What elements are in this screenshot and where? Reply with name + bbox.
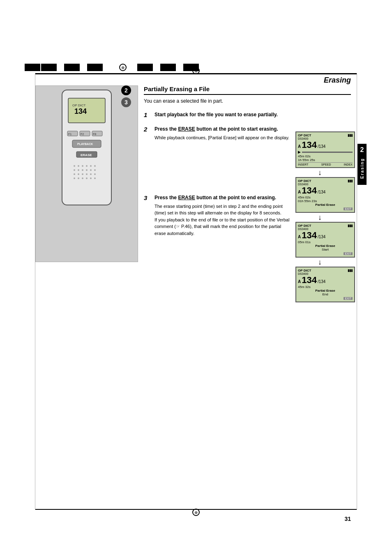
svg-text:134: 134 [74, 107, 87, 115]
lcd3-exit-btn[interactable]: EXIT [344, 252, 353, 255]
step-3-title: Press the ERASE button at the point to e… [154, 194, 290, 201]
lcd3-time1: 05m 01s [298, 240, 353, 244]
bar-block [87, 64, 103, 71]
lcd3-battery: ▮▮▮ [348, 224, 353, 228]
bar-left-blocks [25, 64, 115, 71]
svg-point-35 [86, 177, 88, 179]
bar-right-blocks [131, 64, 367, 71]
lcd2-exit-btn[interactable]: EXIT [344, 207, 353, 210]
svg-point-18 [90, 165, 92, 167]
lcd1-folder: A [298, 144, 301, 149]
lcd3-exit-container: EXIT [298, 251, 353, 256]
lcd1-file-row: A 134 /134 [298, 140, 353, 150]
lcd1-battery: ▮▮▮ [348, 134, 353, 137]
step2-badge: 2 [121, 85, 131, 95]
svg-point-20 [74, 169, 75, 171]
bar-block [160, 64, 176, 71]
step-2-prefix: Press the [154, 126, 178, 132]
lcd3-file-row: A 134 /134 [298, 231, 353, 240]
step-3-desc: The erase starting point (time) set in s… [154, 203, 290, 237]
bar-block [41, 64, 57, 71]
lcd1-mode: OP DICT [298, 134, 311, 137]
lcd2-mode: OP DICT [298, 179, 311, 183]
svg-point-24 [90, 169, 92, 171]
step-2-content: Press the ERASE button at the point to s… [154, 126, 289, 141]
lcd1-bottom: INSERT SPEED INDEX [298, 162, 353, 166]
lcd2-partial-label: Partial Erase [298, 203, 353, 207]
lcd1-header: OP DICT ▮▮▮ [298, 134, 353, 137]
svg-point-34 [82, 177, 83, 179]
lcd4-partial-label: Partial Erase [298, 289, 353, 292]
bottom-crosshair-mark: ⊕ [194, 510, 198, 515]
lcd4-exit-container: EXIT [298, 296, 353, 300]
step-2-keyword: ERASE [178, 126, 195, 132]
svg-point-32 [74, 177, 75, 179]
svg-point-33 [78, 177, 79, 179]
step-3-content: Press the ERASE button at the point to e… [154, 194, 290, 237]
lcd4-file-number: 134 [302, 276, 317, 285]
bar-block-white [131, 64, 136, 71]
svg-point-26 [74, 173, 75, 175]
lcd1-times: 45m 02s 1h 55m 25s [298, 154, 353, 162]
bar-block-white [81, 64, 86, 71]
lcd2-folder: A [298, 190, 301, 194]
step-3-prefix: Press the [154, 195, 178, 200]
step-3-keyword: ERASE [178, 195, 195, 200]
svg-point-27 [78, 173, 79, 175]
bar-block-white [58, 64, 63, 71]
lcd3-file-number: 134 [302, 231, 317, 240]
lcd4-exit-btn[interactable]: EXIT [344, 297, 353, 300]
bar-block-white [154, 64, 159, 71]
svg-point-15 [78, 165, 79, 167]
lcd2-file-number: 134 [302, 186, 317, 195]
lcd2-file-row: A 134 /134 [298, 186, 353, 195]
step-2-title: Press the ERASE button at the point to s… [154, 126, 289, 133]
arrow-1: ↓ [318, 169, 322, 176]
lcd2-times: 45m 02s 01h 55m 23s [298, 196, 353, 203]
lcd4-times: 45m 32s [298, 285, 353, 289]
lcd-screen-4: OP DICT ▮▮▮ DS3400 A 134 /134 45m 32s Pa… [295, 267, 355, 302]
step-1: 1 Start playback for the file you want t… [144, 111, 351, 120]
step-2-number: 2 [144, 126, 151, 133]
lcd3-times: 05m 01s [298, 240, 353, 244]
top-crosshair-icon: ⊕ [119, 64, 127, 71]
section-title-line [35, 73, 357, 74]
lcd-screen-2: OP DICT ▮▮▮ DS3400 A 134 /134 45m 02s 01… [295, 177, 355, 213]
lcd3-header: OP DICT ▮▮▮ [298, 224, 353, 228]
page: ⊕ ⊕ Erasing 2 Erasing [0, 0, 392, 555]
svg-text:F8: F8 [93, 133, 96, 136]
step-1-content: Start playback for the file you want to … [154, 111, 278, 120]
lcd2-total: /134 [318, 190, 325, 194]
lcd4-folder: A [298, 279, 301, 284]
step-1-title: Start playback for the file you want to … [154, 111, 278, 118]
lcd1-play-icon: ▶ [298, 150, 301, 154]
step-3-number: 3 [144, 194, 151, 201]
lcd1-total: /134 [318, 144, 325, 149]
page-number: 31 [344, 516, 351, 522]
arrow-3: ↓ [318, 258, 322, 266]
svg-point-23 [86, 169, 88, 171]
crosshair-symbol: ⊕ [121, 65, 125, 70]
svg-text:ERASE: ERASE [81, 153, 92, 157]
intro-text: You can erase a selected file in part. [144, 98, 351, 104]
page-section-title: Erasing [324, 76, 351, 85]
lcd4-file-row: A 134 /134 [298, 276, 353, 285]
arrow-2: ↓ [318, 214, 322, 221]
device-svg: OP DICT 134 F1 F2 F8 PLAYBACK ERASE [52, 86, 122, 250]
step3-badge: 3 [121, 97, 131, 107]
bar-block-white [177, 64, 182, 71]
lcd1-file-number: 134 [302, 140, 317, 150]
svg-point-30 [90, 173, 92, 175]
step-1-number: 1 [144, 111, 151, 118]
svg-point-28 [82, 173, 83, 175]
lcd4-header: OP DICT ▮▮▮ [298, 269, 353, 272]
crosshair-mark: ⊕ [194, 69, 198, 73]
lcd2-exit-container: EXIT [298, 207, 353, 211]
svg-text:PLAYBACK: PLAYBACK [77, 143, 93, 145]
lcd-screen-3: OP DICT ▮▮▮ DS3400 A 134 /134 05m 01s Pa… [295, 222, 355, 258]
lcd3-total: /134 [318, 235, 325, 239]
svg-text:OP DICT: OP DICT [72, 104, 85, 107]
lcd3-mode: OP DICT [298, 224, 311, 228]
svg-point-17 [86, 165, 88, 167]
lcd2-header: OP DICT ▮▮▮ [298, 179, 353, 183]
